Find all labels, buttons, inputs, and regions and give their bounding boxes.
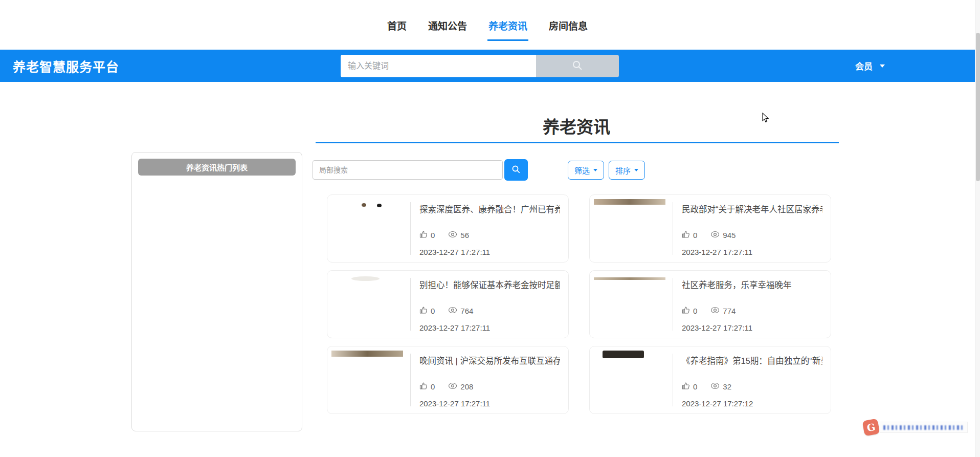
views-stat: 764 [448,307,473,315]
likes-count: 0 [431,382,435,391]
likes-stat: 0 [419,230,435,240]
nav-item-home[interactable]: 首页 [386,9,408,41]
news-title: 《养老指南》第15期：自由独立的“新型养老 [682,354,822,366]
news-stats: 0 32 [682,382,822,391]
news-card-body: 探索深度医养、康养融合！广州已有养老机 0 56 2023-12-27 17:2… [411,195,568,262]
news-card-body: 晚间资讯 | 沪深交易所发布互联互通存托凭证 0 208 2023-12-27 … [411,346,568,414]
news-timestamp: 2023-12-27 17:27:12 [682,399,822,408]
watermark-logo-icon: G [862,419,880,437]
brand-title: 养老智慧服务平台 [13,50,119,82]
news-card-body: 《养老指南》第15期：自由独立的“新型养老 0 32 2023-12-27 17… [673,346,831,414]
eye-icon [710,382,720,391]
likes-count: 0 [693,307,697,315]
hot-list-panel: 养老资讯热门列表 [131,152,302,431]
filter-label: 筛选 [574,165,590,176]
likes-count: 0 [693,231,697,240]
watermark: G [863,420,968,435]
thumbs-up-icon [682,382,690,391]
news-timestamp: 2023-12-27 17:27:11 [419,399,560,408]
chevron-down-icon [593,169,597,171]
keyword-search-input[interactable] [341,55,536,77]
likes-stat: 0 [682,382,697,391]
local-search-button[interactable] [504,159,528,181]
thumbs-up-icon [682,230,690,240]
news-thumbnail [331,351,403,409]
news-stats: 0 208 [419,382,560,391]
local-search [313,159,528,181]
hot-list-header: 养老资讯热门列表 [138,159,296,176]
eye-icon [710,231,720,240]
views-count: 56 [460,231,469,240]
likes-count: 0 [431,231,435,240]
news-card[interactable]: 社区养老服务，乐享幸福晚年 0 774 2023-12-27 17:27:11 [589,270,831,338]
nav-item-notices[interactable]: 通知公告 [427,9,468,41]
views-stat: 56 [448,231,469,240]
likes-stat: 0 [419,382,435,391]
news-thumbnail [331,275,403,334]
news-card[interactable]: 别担心！能够保证基本养老金按时足额发放 0 764 2023-12-27 17:… [327,270,569,338]
thumbs-up-icon [419,306,428,316]
search-icon [572,60,583,73]
news-stats: 0 774 [682,306,822,316]
scrollbar-thumb[interactable] [976,33,980,181]
news-card[interactable]: 晚间资讯 | 沪深交易所发布互联互通存托凭证 0 208 2023-12-27 … [327,346,569,414]
news-stats: 0 945 [682,230,822,240]
nav-item-elder-news[interactable]: 养老资讯 [487,9,528,41]
eye-icon [448,231,457,240]
header-bar: 养老智慧服务平台 会员 [0,50,975,82]
eye-icon [448,382,457,391]
toolbar-buttons: 筛选 排序 [568,161,645,180]
news-card[interactable]: 探索深度医养、康养融合！广州已有养老机 0 56 2023-12-27 17:2… [327,194,569,263]
member-dropdown[interactable]: 会员 [855,50,885,82]
news-timestamp: 2023-12-27 17:27:11 [419,323,560,332]
sort-dropdown-button[interactable]: 排序 [609,161,645,180]
news-thumbnail [331,199,403,258]
views-count: 32 [723,382,731,391]
news-card[interactable]: 民政部对“关于解决老年人社区居家养老的建 0 945 2023-12-27 17… [589,194,831,263]
news-title: 别担心！能够保证基本养老金按时足额发放 [419,278,560,291]
keyword-search-button[interactable] [536,55,619,77]
views-stat: 32 [710,382,731,391]
search-icon [511,165,521,176]
chevron-down-icon [880,64,885,68]
filter-dropdown-button[interactable]: 筛选 [568,161,604,180]
news-stats: 0 56 [419,230,560,240]
chevron-down-icon [634,169,638,171]
views-count: 945 [723,231,736,240]
local-search-input[interactable] [313,160,503,180]
news-timestamp: 2023-12-27 17:27:11 [682,323,822,332]
header-search [341,55,619,77]
likes-count: 0 [431,307,435,315]
nav-item-room-info[interactable]: 房间信息 [548,9,589,41]
eye-icon [448,307,457,315]
news-timestamp: 2023-12-27 17:27:11 [682,248,822,256]
sort-label: 排序 [615,165,631,176]
views-stat: 945 [710,231,736,240]
title-underline [316,142,839,143]
member-label: 会员 [855,59,873,72]
news-title: 探索深度医养、康养融合！广州已有养老机 [419,203,560,215]
page-scrollbar[interactable] [975,0,980,457]
news-card-body: 别担心！能够保证基本养老金按时足额发放 0 764 2023-12-27 17:… [411,271,568,338]
likes-stat: 0 [419,306,435,316]
thumbs-up-icon [682,306,690,316]
mouse-cursor-icon [762,113,769,123]
news-title: 民政部对“关于解决老年人社区居家养老的建 [682,203,822,215]
news-thumbnail [594,351,665,409]
list-toolbar: 筛选 排序 [313,159,840,181]
news-card[interactable]: 《养老指南》第15期：自由独立的“新型养老 0 32 2023-12-27 17… [589,346,831,414]
thumbs-up-icon [419,382,428,391]
news-title: 社区养老服务，乐享幸福晚年 [682,278,822,291]
thumbs-up-icon [419,230,428,240]
likes-count: 0 [693,382,697,391]
news-title: 晚间资讯 | 沪深交易所发布互联互通存托凭证 [419,354,560,366]
views-count: 764 [460,307,473,315]
news-card-grid: 探索深度医养、康养融合！广州已有养老机 0 56 2023-12-27 17:2… [327,194,831,414]
news-timestamp: 2023-12-27 17:27:11 [419,248,560,256]
watermark-illegible-text [883,425,964,430]
views-stat: 208 [448,382,473,391]
news-thumbnail [594,199,665,258]
watermark-strip [880,422,968,433]
news-card-body: 民政部对“关于解决老年人社区居家养老的建 0 945 2023-12-27 17… [673,195,831,262]
likes-stat: 0 [682,306,697,316]
